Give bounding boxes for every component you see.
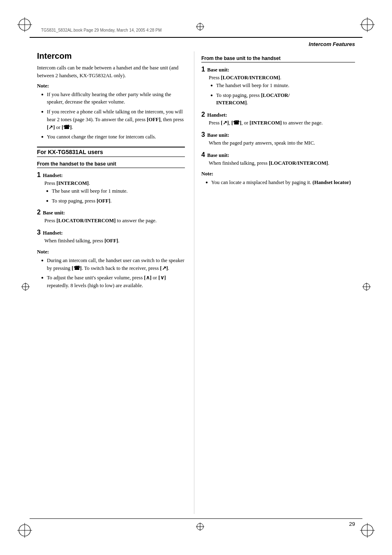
right-step-label-1: Base unit:: [207, 67, 229, 73]
note-item: During an intercom call, the handset use…: [41, 257, 185, 272]
right-step-label-4: Base unit:: [207, 152, 229, 158]
step-3: 3 Handset: When finished talking, press …: [37, 229, 185, 245]
step-bullets-1: The base unit will beep for 1 minute. To…: [44, 187, 185, 205]
note-item: You can locate a misplaced handset by pa…: [205, 179, 355, 187]
handset-to-base-title: From the handset to the base unit: [37, 161, 185, 168]
note-item: If you receive a phone call while talkin…: [41, 108, 185, 131]
right-step-3: 3 Base unit: When the paged party answer…: [201, 131, 355, 147]
right-step-number-1: 1: [201, 66, 205, 73]
bullet-item: To stop paging, press [LOCATOR/INTERCOM]…: [210, 92, 355, 107]
note-item: To adjust the base unit's speaker volume…: [41, 274, 185, 290]
notes-list-1: If you have difficulty hearing the other…: [37, 91, 185, 141]
step-body-3: When finished talking, press [OFF].: [37, 237, 185, 245]
step-number-1: 1: [37, 171, 41, 178]
right-step-label-3: Base unit:: [207, 132, 229, 138]
note-label-1: Note:: [37, 83, 185, 89]
base-to-handset-title: From the base unit to the handset: [201, 55, 355, 62]
bullet-item: The base unit will beep for 1 minute.: [46, 187, 185, 195]
notes-list-2: During an intercom call, the handset use…: [37, 257, 185, 290]
right-step-number-4: 4: [201, 151, 205, 158]
page: TG5831_5832AL.book Page 29 Monday, March…: [0, 0, 392, 555]
right-step-body-2: Press [↗], [☎̇], or [INTERCOM] to answer…: [201, 119, 355, 127]
right-note-label: Note:: [201, 171, 355, 177]
corner-mark-bl: [17, 523, 32, 538]
right-step-body-3: When the paged party answers, speak into…: [201, 139, 355, 147]
corner-mark-tl: [17, 17, 32, 32]
section-title: Intercom: [37, 51, 185, 61]
right-step-bullets-1: The handset will beep for 1 minute. To s…: [209, 82, 355, 107]
step-number-3: 3: [37, 229, 41, 236]
intro-text: Intercom calls can be made between a han…: [37, 64, 185, 80]
note-item: You cannot change the ringer tone for in…: [41, 133, 185, 141]
corner-mark-tr: [360, 17, 375, 32]
right-step-1: 1 Base unit: Press [LOCATOR/INTERCOM]. T…: [201, 66, 355, 107]
column-divider: [194, 51, 194, 514]
bottom-rule: [30, 518, 362, 519]
step-label-1: Handset:: [43, 173, 63, 178]
bullet-item: The handset will beep for 1 minute.: [210, 82, 355, 90]
right-step-4: 4 Base unit: When finished talking, pres…: [201, 151, 355, 167]
page-header-title: Intercom Features: [309, 41, 355, 47]
top-rule: [30, 37, 362, 38]
right-step-body-4: When finished talking, press [LOCATOR/IN…: [201, 159, 355, 167]
step-2: 2 Base unit: Press [LOCATOR/INTERCOM] to…: [37, 209, 185, 225]
left-column: Intercom Intercom calls can be made betw…: [37, 51, 185, 293]
right-step-number-3: 3: [201, 131, 205, 138]
right-step-2: 2 Handset: Press [↗], [☎̇], or [INTERCOM…: [201, 111, 355, 127]
center-mark-top: [196, 23, 204, 32]
step-body-2: Press [LOCATOR/INTERCOM] to answer the p…: [37, 217, 185, 225]
right-column: From the base unit to the handset 1 Base…: [201, 51, 355, 190]
center-mark-right: [362, 283, 371, 292]
step-label-3: Handset:: [43, 230, 63, 236]
step-label-2: Base unit:: [43, 210, 65, 216]
right-step-body-1: Press [LOCATOR/INTERCOM]. The handset wi…: [201, 74, 355, 107]
center-mark-bottom: [196, 523, 204, 532]
page-number: 29: [349, 521, 355, 527]
right-step-label-2: Handset:: [207, 112, 227, 118]
file-info: TG5831_5832AL.book Page 29 Monday, March…: [41, 28, 161, 32]
subsection-title: For KX-TG5831AL users: [37, 147, 185, 157]
right-step-number-2: 2: [201, 111, 205, 118]
center-mark-left: [21, 283, 30, 292]
step-1: 1 Handset: Press [INTERCOM]. The base un…: [37, 171, 185, 205]
corner-mark-br: [360, 523, 375, 538]
step-body-1: Press [INTERCOM]. The base unit will bee…: [37, 180, 185, 205]
step-number-2: 2: [37, 209, 41, 216]
right-notes-list: You can locate a misplaced handset by pa…: [201, 179, 355, 187]
bullet-item: To stop paging, press [OFF].: [46, 197, 185, 205]
note-item: If you have difficulty hearing the other…: [41, 91, 185, 106]
note-label-2: Note:: [37, 249, 185, 255]
